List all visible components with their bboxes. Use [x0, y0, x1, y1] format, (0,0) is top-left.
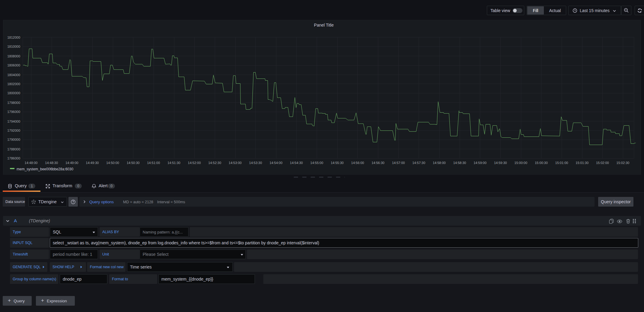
svg-text:14:55:00: 14:55:00 [310, 161, 323, 165]
svg-text:1786000: 1786000 [7, 156, 20, 160]
svg-text:14:57:30: 14:57:30 [412, 161, 425, 165]
svg-text:14:59:30: 14:59:30 [494, 161, 507, 165]
svg-text:14:51:00: 14:51:00 [147, 161, 160, 165]
svg-text:14:58:00: 14:58:00 [433, 161, 446, 165]
svg-text:14:58:30: 14:58:30 [453, 161, 466, 165]
svg-text:1792000: 1792000 [7, 129, 20, 132]
svg-text:1804000: 1804000 [7, 73, 20, 77]
svg-text:14:49:00: 14:49:00 [65, 161, 78, 165]
svg-text:1812000: 1812000 [7, 36, 20, 39]
svg-text:1794000: 1794000 [7, 120, 20, 123]
svg-text:14:53:30: 14:53:30 [249, 161, 262, 165]
svg-text:15:00:30: 15:00:30 [535, 161, 548, 165]
svg-text:1806000: 1806000 [7, 63, 20, 67]
svg-text:14:53:00: 14:53:00 [229, 161, 242, 165]
svg-text:1800000: 1800000 [7, 91, 20, 95]
svg-text:14:49:30: 14:49:30 [86, 161, 99, 165]
svg-text:14:52:30: 14:52:30 [208, 161, 221, 165]
svg-text:1788000: 1788000 [7, 147, 20, 151]
svg-text:1798000: 1798000 [7, 101, 20, 105]
svg-text:14:59:00: 14:59:00 [474, 161, 487, 165]
svg-text:15:02:30: 15:02:30 [617, 161, 630, 165]
svg-text:1802000: 1802000 [7, 82, 20, 86]
svg-text:14:57:00: 14:57:00 [392, 161, 405, 165]
svg-text:14:56:00: 14:56:00 [351, 161, 364, 165]
svg-text:15:01:30: 15:01:30 [576, 161, 588, 165]
svg-text:14:48:00: 14:48:00 [25, 161, 38, 165]
svg-text:1810000: 1810000 [7, 45, 20, 48]
svg-text:14:50:00: 14:50:00 [106, 161, 119, 165]
svg-text:15:00:00: 15:00:00 [514, 161, 527, 165]
svg-text:1808000: 1808000 [7, 54, 20, 58]
svg-text:14:48:30: 14:48:30 [45, 161, 58, 165]
svg-text:1790000: 1790000 [7, 138, 20, 141]
svg-text:15:01:00: 15:01:00 [555, 161, 568, 165]
svg-text:14:52:00: 14:52:00 [188, 161, 201, 165]
svg-text:1796000: 1796000 [7, 110, 20, 114]
svg-text:14:54:00: 14:54:00 [269, 161, 282, 165]
svg-text:14:54:30: 14:54:30 [290, 161, 303, 165]
svg-text:15:02:00: 15:02:00 [596, 161, 609, 165]
svg-text:14:56:30: 14:56:30 [372, 161, 385, 165]
svg-text:14:51:30: 14:51:30 [167, 161, 180, 165]
svg-text:14:55:30: 14:55:30 [331, 161, 344, 165]
svg-text:14:50:30: 14:50:30 [127, 161, 140, 165]
